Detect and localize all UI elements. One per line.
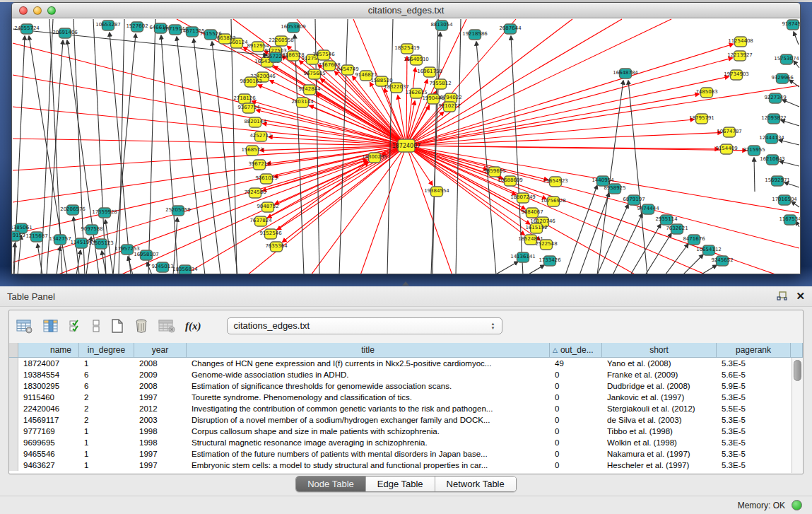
graph-node[interactable]: 2687644 [499, 24, 522, 34]
table-row[interactable]: 946554611997Estimation of the future num… [9, 448, 792, 460]
graph-node-selected[interactable]: 9361023 [255, 174, 277, 184]
table-row[interactable]: 1872400712008Changes of HCN gene express… [9, 358, 792, 369]
table-row[interactable]: 1830029562008Estimation of significance … [9, 380, 792, 392]
graph-node[interactable]: 12505123 [88, 239, 114, 249]
graph-node[interactable]: 10654112 [696, 245, 722, 255]
table-selector-dropdown[interactable]: citations_edges.txt ▲▼ [227, 317, 502, 334]
graph-node-selected[interactable]: 8820144 [244, 117, 266, 127]
graph-node-selected[interactable]: 4252712 [249, 132, 271, 141]
graph-node[interactable]: 19218586 [462, 30, 488, 40]
select-columns-icon[interactable] [69, 319, 82, 333]
panel-splitter-handle[interactable] [400, 281, 411, 286]
graph-node-selected[interactable]: 10688609 [498, 176, 523, 186]
graph-node[interactable]: 1215687 [25, 232, 47, 242]
graph-node[interactable]: 1527602 [126, 22, 148, 32]
graph-node[interactable]: 14136141 [510, 252, 536, 262]
graph-node-selected[interactable]: 9152546 [259, 229, 282, 239]
graph-node-selected[interactable]: 12213927 [727, 51, 753, 61]
graph-node-selected[interactable]: 10674787 [717, 127, 742, 137]
graph-node[interactable]: 9245013 [151, 262, 173, 272]
graph-node[interactable]: 17016504 [772, 195, 797, 205]
graph-node-selected[interactable]: 9684067 [521, 208, 543, 218]
table-row[interactable]: 946362711997Embryonic stem cells: a mode… [9, 460, 792, 471]
table-row[interactable]: 1456911722003Disruption of a novel membe… [9, 414, 792, 426]
graph-node-selected[interactable]: 7485083 [695, 88, 717, 98]
graph-node-selected[interactable]: 7955812 [429, 79, 451, 89]
graph-node-selected[interactable]: 18300295 [362, 153, 387, 163]
graph-node[interactable]: 9187450 [782, 20, 800, 30]
graph-node[interactable]: 16210643 [760, 155, 785, 165]
graph-node-selected[interactable]: 19734903 [724, 70, 749, 80]
table-row[interactable]: 977716911998Corpus callosum shape and si… [9, 426, 792, 437]
graph-node[interactable]: 17359928 [92, 208, 117, 218]
graph-node-selected[interactable]: 9154409 [715, 144, 737, 154]
graph-node[interactable]: 8215955 [743, 146, 765, 156]
table-row[interactable]: 1938455462009Genome-wide association stu… [9, 369, 792, 380]
graph-node[interactable]: 16053809 [281, 23, 306, 33]
function-builder-icon[interactable]: f(x) [185, 320, 201, 332]
graph-node[interactable]: 9245652 [711, 256, 733, 266]
graph-node-selected[interactable]: 2718126 [233, 94, 256, 104]
graph-node[interactable]: 15692971 [765, 176, 790, 186]
column-header-title[interactable]: title [187, 343, 550, 358]
graph-node-selected[interactable]: 7635364 [265, 242, 288, 252]
table-row[interactable]: 911546021997Tourette syndrome. Phenomeno… [9, 392, 792, 403]
graph-node[interactable]: 9474444 [637, 204, 659, 214]
show-columns-icon[interactable] [43, 319, 59, 334]
table-row[interactable]: 969969511998Structural magnetic resonanc… [9, 437, 792, 448]
graph-node-selected[interactable]: 9048752 [257, 202, 278, 212]
graph-node-selected[interactable]: 18795791 [689, 114, 714, 124]
graph-node-selected[interactable]: 2522548 [535, 240, 557, 250]
graph-node[interactable]: 9097588 [81, 225, 102, 235]
table-row[interactable]: 2242004622012Investigating the contribut… [9, 403, 792, 414]
graph-node[interactable]: 12444134 [759, 134, 784, 144]
column-header-out-degree[interactable]: △ out_de... [550, 343, 602, 358]
float-window-icon[interactable] [777, 291, 787, 301]
graph-node-selected[interactable]: 9367754 [237, 103, 260, 113]
graph-node[interactable]: 2935114 [655, 215, 678, 225]
table-settings-icon[interactable] [16, 319, 33, 334]
graph-node-selected[interactable]: 9675685 [303, 69, 325, 79]
graph-node-selected[interactable]: 1568573 [241, 146, 263, 156]
graph-node[interactable]: 12093822 [761, 114, 787, 124]
graph-node[interactable]: 1733426 [539, 256, 561, 266]
graph-node-selected[interactable]: 19654923 [543, 177, 568, 187]
graph-node-selected[interactable]: 9859695 [483, 167, 505, 177]
vertical-scrollbar[interactable] [792, 358, 803, 473]
graph-node-selected[interactable]: 9210272 [438, 102, 460, 112]
graph-node[interactable]: 9329966 [771, 74, 794, 83]
column-header-short[interactable]: short [602, 343, 717, 358]
graph-node[interactable]: 7632621 [666, 224, 688, 234]
close-panel-icon[interactable]: ✕ [796, 290, 805, 303]
tab-node-table[interactable]: Node Table [296, 477, 366, 491]
graph-node[interactable]: 10653287 [95, 21, 121, 30]
graph-node[interactable]: 24055724 [14, 24, 40, 34]
graph-node[interactable]: 3919159 [12, 231, 25, 241]
column-header-year[interactable]: year [134, 343, 187, 358]
graph-node[interactable]: 6879197 [623, 195, 645, 205]
graph-node-selected[interactable]: 18807249 [510, 193, 536, 203]
graph-node[interactable]: 1342757 [49, 235, 71, 245]
graph-node-selected[interactable]: 18325419 [394, 44, 420, 54]
graph-node-selected[interactable]: 7637824 [249, 216, 272, 226]
graph-node-selected[interactable]: 22260558 [269, 36, 294, 46]
create-table-icon[interactable] [110, 318, 124, 334]
graph-node[interactable]: 16648784 [613, 69, 638, 78]
graph-node-selected[interactable]: 11254408 [728, 37, 753, 47]
graph-node[interactable]: 25205059 [165, 206, 191, 216]
row-height-icon[interactable] [92, 319, 100, 333]
column-header-name[interactable]: name [18, 343, 79, 358]
tab-edge-table[interactable]: Edge Table [366, 477, 435, 491]
tab-network-table[interactable]: Network Table [435, 477, 516, 491]
graph-node-selected[interactable]: 7924580 [244, 188, 266, 198]
delete-table-icon[interactable] [134, 318, 148, 334]
graph-node[interactable]: 8813054 [430, 21, 453, 30]
window-titlebar[interactable]: citations_edges.txt [12, 3, 800, 18]
graph-node[interactable]: 9227349 [764, 93, 786, 103]
graph-node[interactable]: 18356814 [172, 265, 198, 274]
graph-node[interactable]: 8958925 [604, 184, 625, 194]
column-header-in-degree[interactable]: in_degree [79, 343, 134, 358]
graph-node-selected[interactable]: 16640910 [404, 55, 429, 65]
scrollbar-thumb[interactable] [794, 360, 801, 381]
network-canvas[interactable]: 1872400718300295193845548660124891295422… [12, 18, 800, 274]
